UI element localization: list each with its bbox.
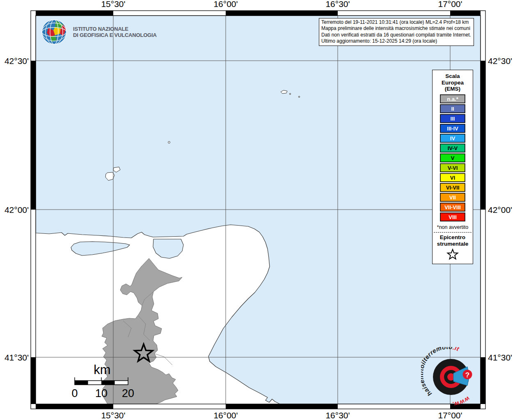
legend-title-line1: Scala: [442, 73, 464, 80]
event-info-line4: Ultimo aggiornamento: 15-12-2025 14:29 (…: [321, 38, 472, 44]
svg-text:n.a.*: n.a.*: [447, 96, 458, 102]
svg-text:VI-VII: VI-VII: [446, 185, 460, 191]
legend-item-v-vi: V-VI: [439, 163, 466, 172]
ems-legend: Scala Europea (EMS) n.a.* II III III-IV …: [432, 70, 473, 264]
svg-text:VI: VI: [450, 175, 455, 181]
ingv-name-line2: DI GEOFISICA E VULCANOLOGIA: [73, 32, 157, 38]
macroseismic-map-page: km 0 10 20 15°30' 16°00' 16°30' 17°00' 1…: [0, 0, 515, 420]
legend-item-iii-iv: III-IV: [439, 124, 466, 133]
axis-bottom-1600: 16°00': [203, 411, 248, 420]
svg-text:III: III: [451, 116, 455, 122]
scale-tick-0: 0: [71, 387, 78, 399]
event-info-line2: Mappa preliminare delle intensità macros…: [321, 25, 472, 32]
legend-item-vi-vii: VI-VII: [439, 183, 466, 192]
legend-star-icon: [446, 248, 459, 262]
svg-text:V: V: [451, 155, 455, 161]
legend-footnote: *non avvertito: [437, 224, 468, 230]
watermark-question-mark: ?: [465, 371, 469, 379]
svg-text:VII-VIII: VII-VIII: [444, 204, 461, 210]
axis-bottom-1530: 15°30': [91, 411, 136, 420]
axis-top-1530: 15°30': [91, 0, 136, 9]
legend-divider: [434, 232, 472, 233]
event-info-line3: Dati non verificati estratti da 16 quest…: [321, 32, 472, 38]
svg-text:IV: IV: [450, 135, 455, 142]
legend-item-iv: IV: [439, 134, 466, 143]
svg-text:II: II: [451, 106, 454, 112]
legend-item-iii: III: [439, 114, 466, 123]
haisentito-watermark: haisentitoilterremoto.it www. ?: [421, 347, 481, 407]
axis-right-4200: 42°00': [488, 205, 515, 215]
svg-text:V-VI: V-VI: [448, 165, 458, 171]
axis-bottom-1630: 16°30': [315, 411, 360, 420]
legend-item-viii: VIII: [439, 212, 466, 221]
legend-epicenter-line2: strumentale: [437, 241, 469, 247]
svg-text:VIII: VIII: [449, 214, 457, 220]
legend-item-vii: VII: [439, 193, 466, 202]
question-badge-icon: ?: [463, 370, 472, 379]
axis-top-1630: 16°30': [315, 0, 360, 9]
event-info-box: Terremoto del 19-11-2021 10:31:41 (ora l…: [319, 18, 474, 46]
axis-left-4200: 42°00': [0, 205, 29, 215]
legend-swatches: n.a.* II III III-IV IV IV-V V V-VI VI VI…: [439, 94, 466, 221]
scale-tick-10: 10: [95, 387, 108, 399]
legend-item-vi: VI: [439, 173, 466, 182]
event-info-line1: Terremoto del 19-11-2021 10:31:41 (ora l…: [321, 19, 472, 25]
scale-tick-20: 20: [122, 387, 134, 399]
legend-item-iv-v: IV-V: [439, 144, 466, 153]
axis-top-1600: 16°00': [203, 0, 248, 9]
axis-top-1700: 17°00': [428, 0, 473, 9]
scale-unit-label: km: [94, 363, 110, 377]
axis-right-4130: 41°30': [488, 353, 515, 363]
svg-text:IV-V: IV-V: [448, 145, 458, 151]
legend-item-vii-viii: VII-VIII: [439, 203, 466, 212]
ingv-name-line1: ISTITUTO NAZIONALE: [73, 26, 157, 32]
watermark-url-suffix: .it: [452, 347, 460, 352]
svg-text:VII: VII: [449, 194, 456, 201]
ingv-globe-icon: [41, 19, 67, 45]
axis-left-4130: 41°30': [0, 353, 29, 363]
legend-item-v: V: [439, 153, 466, 162]
legend-item-ii: II: [439, 104, 466, 113]
legend-item-na: n.a.*: [439, 94, 466, 103]
axis-bottom-1700: 17°00': [428, 411, 473, 420]
legend-epicenter-line1: Epicentro: [437, 234, 469, 241]
legend-title-line2: Europea: [442, 80, 464, 86]
axis-left-4230: 42°30': [0, 56, 29, 66]
legend-title-line3: (EMS): [442, 86, 464, 92]
axis-right-4230: 42°30': [488, 56, 515, 66]
svg-text:www.: www.: [452, 395, 472, 407]
ingv-logo: ISTITUTO NAZIONALE DI GEOFISICA E VULCAN…: [41, 19, 157, 45]
watermark-url-prefix: www.: [452, 395, 472, 407]
svg-text:III-IV: III-IV: [447, 126, 458, 132]
